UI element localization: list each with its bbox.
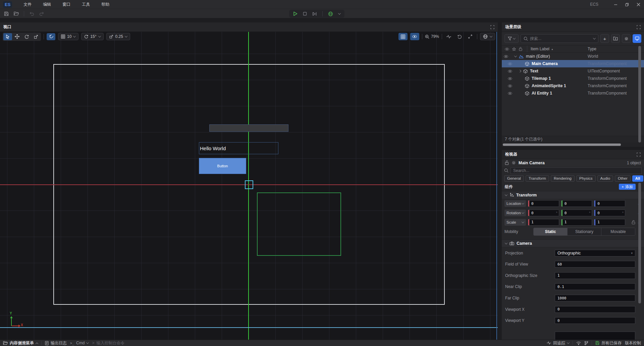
hierarchy-settings-button[interactable]: [622, 34, 631, 43]
scale-z-field[interactable]: 1: [594, 219, 625, 226]
add-component-button[interactable]: +添加: [619, 184, 636, 190]
selected-camera-gizmo[interactable]: [245, 180, 253, 189]
expand-chevron[interactable]: [514, 54, 517, 57]
hierarchy-row-text[interactable]: Text UITextComponent: [502, 67, 644, 75]
camera-section-header[interactable]: Camera: [502, 239, 644, 247]
field-of-view-input[interactable]: 60: [555, 261, 635, 268]
select-tool-button[interactable]: [3, 33, 12, 40]
object-settings-gear-icon[interactable]: [512, 161, 516, 165]
near-clip-input[interactable]: 0.1: [555, 283, 635, 290]
mobility-stationary-button[interactable]: Stationary: [568, 228, 601, 235]
hierarchy-search-box[interactable]: [521, 34, 598, 43]
grid-visibility-toggle[interactable]: [398, 33, 408, 40]
mobility-movable-button[interactable]: Movable: [601, 228, 635, 235]
hierarchy-row-animatedsprite[interactable]: AnimatedSprite 1 TransformComponent: [502, 82, 644, 90]
scale-y-field[interactable]: 1: [561, 219, 592, 226]
viewport-expand-icon[interactable]: [490, 25, 494, 29]
inspector-expand-icon[interactable]: [637, 153, 641, 157]
launch-target-chevron[interactable]: [338, 12, 341, 14]
hierarchy-row-ai-entity[interactable]: AI Entity 1 TransformComponent: [502, 90, 644, 97]
rotation-x-field[interactable]: 0°: [528, 210, 559, 216]
location-dropdown[interactable]: Location: [504, 200, 526, 207]
hierarchy-row-main[interactable]: main (Editor) World: [502, 53, 644, 60]
scale-tool-button[interactable]: [32, 33, 40, 40]
inspector-search-input[interactable]: [513, 168, 639, 173]
app-logo[interactable]: ES: [3, 1, 12, 8]
mobility-static-button[interactable]: Static: [534, 228, 568, 235]
scene-canvas[interactable]: 10 15° 0.25 79%: [0, 32, 498, 340]
close-button[interactable]: [633, 0, 644, 9]
orthographic-size-input[interactable]: 1: [555, 272, 635, 279]
rotation-dropdown[interactable]: Rotation: [504, 210, 526, 216]
location-z-field[interactable]: 0: [594, 200, 625, 207]
visibility-eye-icon[interactable]: [506, 92, 514, 95]
camera-mode-dropdown[interactable]: [480, 33, 495, 40]
git-branch-icon[interactable]: [584, 341, 588, 345]
visibility-eye-icon[interactable]: [506, 77, 514, 80]
rotation-y-field[interactable]: 0°: [561, 210, 592, 216]
cmd-dropdown[interactable]: >_ Cmd: [70, 341, 89, 345]
hierarchy-expand-icon[interactable]: [637, 25, 641, 29]
expand-chevron[interactable]: [519, 70, 521, 72]
projection-dropdown[interactable]: Orthographic▾: [555, 250, 635, 256]
tab-general[interactable]: General: [504, 175, 524, 182]
step-forward-button[interactable]: [312, 12, 317, 16]
content-drawer-button[interactable]: 内容侧滑菜单: [3, 340, 38, 346]
open-folder-icon[interactable]: [14, 11, 19, 16]
tab-other[interactable]: Other: [615, 175, 631, 182]
grid-size-dropdown[interactable]: 10: [58, 33, 78, 40]
scale-dropdown[interactable]: Scale: [504, 219, 526, 226]
ui-button-object[interactable]: Button: [199, 158, 246, 174]
visibility-eye-icon[interactable]: [506, 70, 514, 73]
visibility-eye-icon[interactable]: [506, 84, 514, 88]
tilemap-bar-object[interactable]: [209, 124, 288, 132]
scale-snap-dropdown[interactable]: 0.25: [106, 33, 130, 40]
tab-physics[interactable]: Physics: [576, 175, 596, 182]
snap-toggle-button[interactable]: [47, 33, 55, 40]
column-type[interactable]: Type: [588, 47, 644, 51]
viewport-x-input[interactable]: 0: [555, 306, 635, 313]
rotate-snap-dropdown[interactable]: 15°: [81, 33, 103, 40]
visibility-eye-icon[interactable]: [502, 55, 510, 58]
viewport-y-input[interactable]: 0: [555, 317, 635, 324]
rotation-z-field[interactable]: 0°: [594, 210, 625, 216]
filter-button[interactable]: [504, 34, 519, 43]
ui-text-object[interactable]: Hello World: [199, 142, 278, 154]
tab-transform[interactable]: Transform: [526, 175, 549, 182]
reset-view-icon[interactable]: [455, 33, 464, 40]
move-tool-button[interactable]: [13, 33, 21, 40]
hierarchy-horizontal-scrollbar[interactable]: [502, 142, 644, 147]
menu-edit[interactable]: 编辑: [39, 1, 55, 8]
location-x-field[interactable]: 0: [528, 200, 559, 207]
display-mode-button[interactable]: [633, 34, 641, 43]
console-command-input[interactable]: > 输入控制台命令: [92, 340, 124, 346]
save-icon[interactable]: [4, 11, 9, 16]
zoom-level[interactable]: 79%: [425, 33, 439, 40]
scale-x-field[interactable]: 1: [528, 219, 559, 226]
launch-target-globe-icon[interactable]: [328, 11, 333, 16]
visibility-eye-icon[interactable]: [506, 62, 514, 65]
add-entity-button[interactable]: +: [600, 34, 609, 43]
location-y-field[interactable]: 0: [561, 200, 592, 207]
clipped-input[interactable]: [555, 332, 635, 340]
column-item-label[interactable]: Item Label: [531, 47, 549, 51]
hierarchy-row-tilemap[interactable]: Tilemap 1 TransformComponent: [502, 75, 644, 82]
rotate-tool-button[interactable]: [22, 33, 31, 40]
undo-icon[interactable]: [29, 12, 34, 16]
output-log-button[interactable]: 输出日志: [45, 340, 67, 346]
unlock-icon[interactable]: [505, 161, 509, 165]
network-wifi-icon[interactable]: [576, 341, 581, 345]
minimize-button[interactable]: [610, 0, 621, 9]
hierarchy-search-input[interactable]: [530, 36, 591, 41]
play-button[interactable]: [293, 11, 298, 16]
tab-all[interactable]: All: [632, 175, 643, 182]
stats-icon[interactable]: [445, 33, 453, 40]
tab-audio[interactable]: Audio: [597, 175, 613, 182]
trace-button[interactable]: 回追踪: [547, 340, 569, 346]
menu-tools[interactable]: 工具: [78, 1, 94, 8]
add-folder-button[interactable]: [611, 34, 620, 43]
far-clip-input[interactable]: 1000: [555, 295, 635, 301]
hierarchy-vertical-scrollbar[interactable]: [638, 46, 641, 142]
version-control-button[interactable]: 版本控制: [625, 340, 641, 346]
fullscreen-icon[interactable]: [466, 33, 474, 40]
